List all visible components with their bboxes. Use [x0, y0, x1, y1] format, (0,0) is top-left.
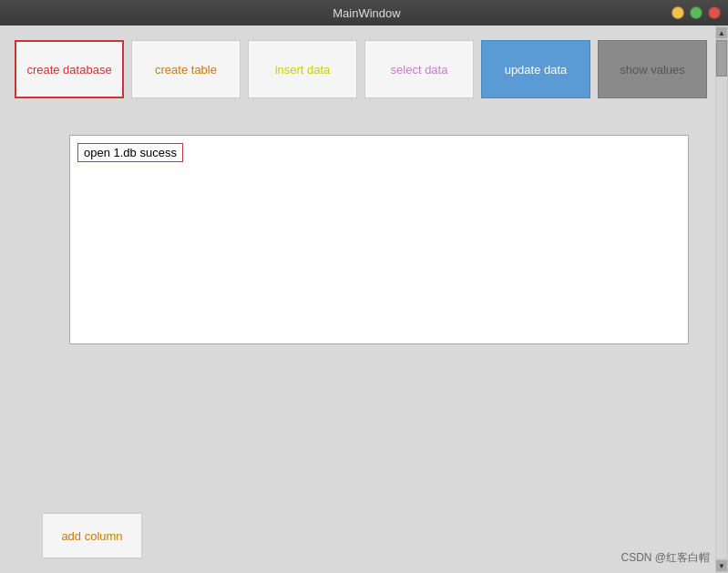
minimize-button[interactable]	[672, 6, 684, 19]
title-bar: MainWindow	[0, 0, 728, 26]
window-title: MainWindow	[62, 6, 672, 20]
create-table-button[interactable]: create table	[131, 40, 241, 98]
maximize-button[interactable]	[690, 6, 702, 19]
update-data-button[interactable]: update data	[481, 40, 590, 98]
create-database-button[interactable]: create database	[15, 40, 124, 98]
output-section: open 1.db sucess	[15, 135, 713, 495]
close-button[interactable]	[708, 6, 721, 19]
insert-data-button[interactable]: insert data	[248, 40, 357, 98]
add-column-button[interactable]: add column	[42, 513, 142, 558]
output-text: open 1.db sucess	[77, 143, 183, 162]
right-scrollbar[interactable]: ▲ ▼	[715, 26, 728, 573]
output-area: open 1.db sucess	[69, 135, 689, 344]
scrollbar-up-arrow[interactable]: ▲	[716, 27, 727, 38]
scrollbar-thumb[interactable]	[716, 40, 727, 77]
select-data-button[interactable]: select data	[364, 40, 474, 98]
main-content: create database create table insert data…	[0, 26, 728, 573]
scrollbar-down-arrow[interactable]: ▼	[716, 560, 727, 571]
window-controls	[672, 6, 721, 19]
watermark: CSDN @红客白帽	[620, 550, 710, 566]
scrollbar-track	[716, 40, 727, 558]
show-values-button[interactable]: show values	[598, 40, 707, 98]
toolbar: create database create table insert data…	[15, 40, 713, 98]
